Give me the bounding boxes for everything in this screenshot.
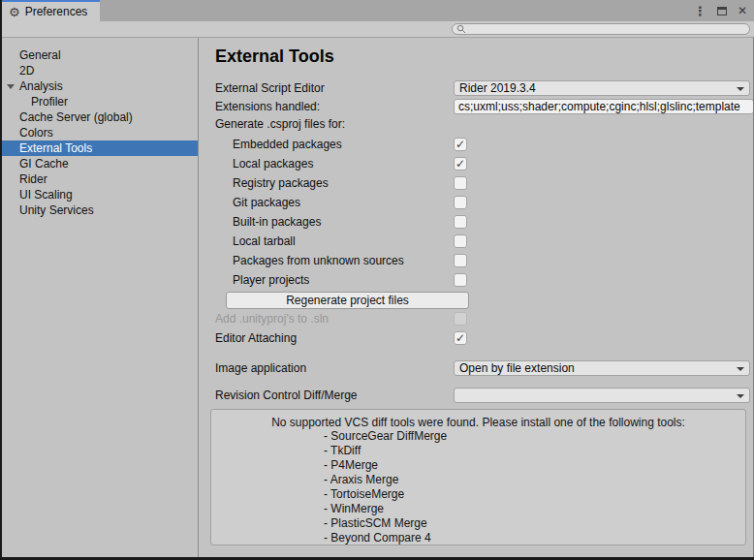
git-packages-row: Git packages <box>215 193 754 212</box>
sidebar-item-ui-scaling[interactable]: UI Scaling <box>2 187 198 202</box>
local-tarball-row: Local tarball <box>215 232 754 251</box>
checkbox-local-packages[interactable] <box>454 157 467 171</box>
embedded-packages-row: Embedded packages <box>215 135 754 154</box>
checkbox-label: Embedded packages <box>215 138 454 151</box>
sidebar-item-colors[interactable]: Colors <box>2 125 198 140</box>
checkbox-git-packages[interactable] <box>454 196 467 209</box>
sidebar-item-general[interactable]: General <box>2 47 198 63</box>
window-controls: ⋮ ✕ <box>694 0 747 21</box>
tab-preferences[interactable]: ⚙ Preferences <box>2 0 100 21</box>
window-border-left <box>0 0 2 560</box>
editor-attaching-row: Editor Attaching <box>215 329 754 346</box>
helpbox-tool: - PlasticSCM Merge <box>324 516 745 531</box>
sidebar-item-label: 2D <box>19 64 34 78</box>
helpbox-tool: - Araxis Merge <box>324 473 745 487</box>
helpbox-tool: - TortoiseMerge <box>324 487 745 502</box>
checkbox-label: Registry packages <box>215 176 454 190</box>
generate-csproj-label: Generate .csproj files for: <box>215 117 754 131</box>
vcs-helpbox: No supported VCS diff tools were found. … <box>210 409 746 545</box>
disabled-field-label: Add .unityproj's to .sln <box>215 312 454 326</box>
search-box[interactable] <box>452 23 750 35</box>
checkbox-label: Player projects <box>215 273 454 287</box>
helpbox-tool: - WinMerge <box>324 502 745 516</box>
field-label: Revision Control Diff/Merge <box>215 389 454 402</box>
field-label: Editor Attaching <box>215 331 454 345</box>
revision-control-dropdown[interactable] <box>454 388 750 403</box>
helpbox-message: No supported VCS diff tools were found. … <box>211 416 745 429</box>
regenerate-row: Regenerate project files <box>215 292 754 309</box>
field-label: External Script Editor <box>215 81 454 95</box>
maximize-icon[interactable] <box>717 7 727 16</box>
chevron-down-icon <box>737 394 744 398</box>
field-label: Extensions handled: <box>215 100 454 113</box>
checkbox-label: Git packages <box>215 196 454 209</box>
revision-control-row: Revision Control Diff/Merge <box>215 387 754 403</box>
checkbox-built-in-packages[interactable] <box>454 215 467 229</box>
unknown-sources-row: Packages from unknown sources <box>215 251 754 270</box>
checkbox-label: Local packages <box>215 157 454 171</box>
player-projects-row: Player projects <box>215 270 754 290</box>
sidebar-item-label: Colors <box>19 126 53 140</box>
sidebar-item-label: General <box>19 48 61 62</box>
helpbox-tool: - Beyond Compare 4 <box>324 531 745 545</box>
preferences-window: ⚙ Preferences ⋮ ✕ General 2D Analysis <box>0 0 754 560</box>
body: General 2D Analysis Profiler Cache Serve… <box>0 38 754 557</box>
sidebar-item-label: GI Cache <box>19 157 69 171</box>
dropdown-value: Open by file extension <box>459 361 575 375</box>
chevron-down-icon <box>737 87 744 91</box>
regenerate-project-files-button[interactable]: Regenerate project files <box>226 292 469 309</box>
magnifier-icon <box>456 24 466 34</box>
checkbox-editor-attaching[interactable] <box>454 331 467 345</box>
checkbox-label: Local tarball <box>215 234 454 248</box>
sidebar-item-label: External Tools <box>19 141 92 155</box>
kebab-menu-icon[interactable]: ⋮ <box>694 5 707 17</box>
registry-packages-row: Registry packages <box>215 173 754 193</box>
external-script-editor-row: External Script Editor Rider 2019.3.4 <box>215 79 754 96</box>
close-icon[interactable]: ✕ <box>738 5 747 16</box>
titlebar: ⚙ Preferences ⋮ ✕ <box>0 0 754 21</box>
sidebar-item-profiler[interactable]: Profiler <box>2 94 198 109</box>
tab-title: Preferences <box>25 5 88 18</box>
external-tools-panel: External Tools External Script Editor Ri… <box>200 38 754 557</box>
sidebar-item-2d[interactable]: 2D <box>2 63 198 78</box>
foldout-triangle-down-icon[interactable] <box>7 84 15 89</box>
page-title: External Tools <box>215 46 754 67</box>
sidebar-item-label: UI Scaling <box>19 188 73 202</box>
sidebar-item-label: Cache Server (global) <box>19 110 133 124</box>
local-packages-row: Local packages <box>215 154 754 173</box>
checkbox-label: Built-in packages <box>215 215 454 229</box>
built-in-packages-row: Built-in packages <box>215 212 754 232</box>
helpbox-tool-list: - SourceGear DiffMerge - TkDiff - P4Merg… <box>211 429 745 545</box>
checkbox-registry-packages[interactable] <box>454 176 467 190</box>
checkbox-local-tarball[interactable] <box>454 234 467 248</box>
image-application-dropdown[interactable]: Open by file extension <box>454 360 750 376</box>
sidebar-item-label: Analysis <box>19 79 63 93</box>
helpbox-tool: - SourceGear DiffMerge <box>324 429 745 444</box>
field-label: Image application <box>215 361 454 375</box>
sidebar-item-rider[interactable]: Rider <box>2 171 198 187</box>
helpbox-tool: - TkDiff <box>324 444 745 458</box>
sidebar-item-external-tools[interactable]: External Tools <box>2 140 198 156</box>
toolbar <box>0 21 754 38</box>
sidebar-item-analysis[interactable]: Analysis <box>2 78 198 94</box>
sidebar: General 2D Analysis Profiler Cache Serve… <box>2 38 199 557</box>
sidebar-item-unity-services[interactable]: Unity Services <box>2 202 198 218</box>
chevron-down-icon <box>737 367 744 371</box>
image-application-row: Image application Open by file extension <box>215 359 754 376</box>
checkbox-embedded-packages[interactable] <box>454 138 467 151</box>
checkbox-label: Packages from unknown sources <box>215 254 454 267</box>
external-script-editor-dropdown[interactable]: Rider 2019.3.4 <box>454 80 750 96</box>
sidebar-item-gi-cache[interactable]: GI Cache <box>2 156 198 171</box>
checkbox-player-projects[interactable] <box>454 273 467 287</box>
sidebar-item-label: Unity Services <box>19 203 94 217</box>
sidebar-item-label: Profiler <box>31 95 68 109</box>
add-unityproj-row: Add .unityproj's to .sln <box>215 310 754 327</box>
extensions-handled-row: Extensions handled: <box>215 98 754 114</box>
sidebar-item-cache-server[interactable]: Cache Server (global) <box>2 109 198 125</box>
extensions-handled-input[interactable] <box>454 99 754 114</box>
sidebar-item-label: Rider <box>19 172 47 186</box>
gear-icon: ⚙ <box>9 6 20 18</box>
search-input[interactable] <box>468 24 749 34</box>
checkbox-packages-unknown-sources[interactable] <box>454 254 467 267</box>
helpbox-tool: - P4Merge <box>324 458 745 473</box>
